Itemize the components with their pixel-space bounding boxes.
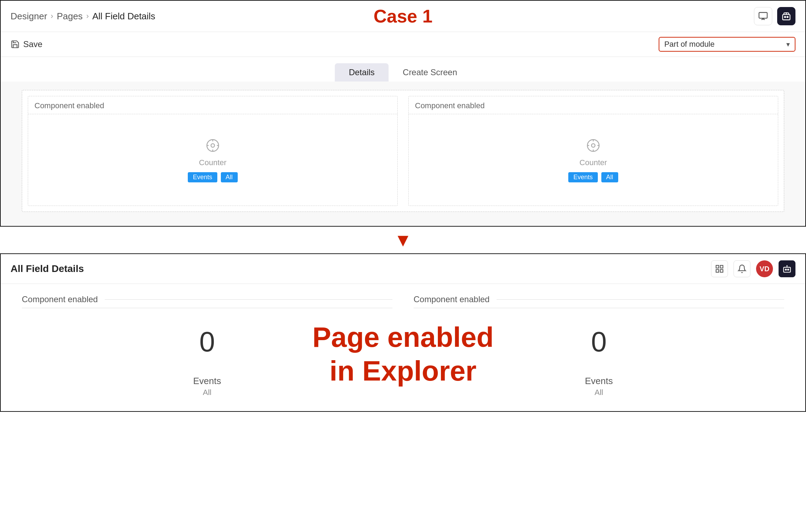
part-of-module-select[interactable]: Module A Module B xyxy=(719,40,782,49)
breadcrumb-current: All Field Details xyxy=(92,11,155,22)
down-arrow-icon: ▼ xyxy=(394,231,412,249)
bottom-header: All Field Details VD xyxy=(1,254,805,284)
bottom-col-2-events: Events All xyxy=(414,376,784,397)
bottom-col-1: Component enabled 0 Events All xyxy=(22,294,392,397)
bottom-col-2-label: Component enabled xyxy=(414,294,490,304)
col-divider xyxy=(392,294,414,397)
component-card-1: Component enabled Counter Events All xyxy=(28,96,398,206)
svg-rect-21 xyxy=(720,270,723,272)
bot-icon xyxy=(781,11,791,21)
component-card-2-header: Component enabled xyxy=(409,96,778,114)
bell-icon xyxy=(737,264,747,273)
grid-icon xyxy=(715,264,724,273)
breadcrumb: Designer › Pages › All Field Details xyxy=(11,11,155,22)
bottom-columns: Component enabled 0 Events All Component… xyxy=(22,294,784,397)
component-card-1-header: Component enabled xyxy=(28,96,397,114)
svg-rect-22 xyxy=(783,267,791,272)
bot-button-bottom[interactable] xyxy=(779,260,795,277)
top-header: Designer › Pages › All Field Details Cas… xyxy=(1,1,805,32)
save-icon xyxy=(11,40,20,49)
part-of-module-container: Part of module Module A Module B ▾ xyxy=(659,37,795,52)
component-card-2-body: Counter Events All xyxy=(409,114,778,206)
arrow-container: ▼ xyxy=(0,227,806,253)
counter-label-1: Counter xyxy=(199,158,226,167)
bottom-col-2-line xyxy=(497,299,784,300)
bottom-col-1-event-label: Events xyxy=(193,376,221,387)
bottom-col-2: Component enabled 0 Events All xyxy=(414,294,784,397)
svg-point-23 xyxy=(785,269,786,270)
svg-rect-0 xyxy=(759,13,767,18)
tags-row-2: Events All xyxy=(568,172,618,182)
svg-point-7 xyxy=(211,144,215,147)
svg-rect-18 xyxy=(716,265,719,268)
bottom-col-1-label: Component enabled xyxy=(22,294,98,304)
counter-label-2: Counter xyxy=(580,158,607,167)
avatar: VD xyxy=(756,260,773,277)
tabs-row: Details Create Screen xyxy=(1,57,805,82)
monitor-icon xyxy=(758,11,768,21)
svg-point-12 xyxy=(587,140,599,151)
bottom-col-1-header: Component enabled xyxy=(22,294,392,308)
tag-all-1: All xyxy=(221,172,238,182)
chevron-down-icon: ▾ xyxy=(786,40,790,48)
tag-events-1: Events xyxy=(188,172,217,182)
bottom-col-1-value: 0 xyxy=(22,326,392,358)
top-header-right xyxy=(754,7,795,25)
bottom-content: Component enabled 0 Events All Component… xyxy=(1,284,805,411)
toolbar: Save Part of module Module A Module B ▾ xyxy=(1,32,805,57)
tab-details[interactable]: Details xyxy=(335,63,389,82)
bottom-col-1-line xyxy=(105,299,392,300)
tags-row-1: Events All xyxy=(188,172,237,182)
grid-button[interactable] xyxy=(711,260,728,277)
save-label: Save xyxy=(23,39,43,49)
bottom-title: All Field Details xyxy=(11,263,84,274)
svg-rect-2 xyxy=(783,14,790,20)
svg-point-25 xyxy=(786,265,787,266)
save-button[interactable]: Save xyxy=(11,39,43,49)
svg-rect-19 xyxy=(720,265,723,268)
svg-point-4 xyxy=(787,17,788,18)
svg-point-24 xyxy=(788,269,789,270)
tag-all-2: All xyxy=(601,172,618,182)
case-title: Case 1 xyxy=(373,6,433,27)
top-panel: Designer › Pages › All Field Details Cas… xyxy=(0,0,806,227)
component-card-1-body: Counter Events All xyxy=(28,114,397,206)
bottom-col-2-header: Component enabled xyxy=(414,294,784,308)
bottom-panel: All Field Details VD xyxy=(0,253,806,412)
designer-canvas: Component enabled Counter Events All xyxy=(1,82,805,226)
bottom-col-1-events: Events All xyxy=(22,376,392,397)
bottom-col-2-event-label: Events xyxy=(585,376,613,387)
tab-create-screen[interactable]: Create Screen xyxy=(389,63,471,82)
breadcrumb-sep-1: › xyxy=(51,12,53,21)
bot-button[interactable] xyxy=(777,7,795,25)
counter-icon-2 xyxy=(586,138,601,153)
breadcrumb-sep-2: › xyxy=(86,12,89,21)
canvas-inner: Component enabled Counter Events All xyxy=(22,90,784,212)
counter-icon-1 xyxy=(205,138,220,153)
bottom-col-2-event-sub: All xyxy=(595,388,603,397)
bottom-header-right: VD xyxy=(711,260,795,277)
breadcrumb-designer[interactable]: Designer xyxy=(11,11,47,22)
breadcrumb-pages[interactable]: Pages xyxy=(57,11,83,22)
component-card-2: Component enabled Counter Events All xyxy=(408,96,778,206)
svg-point-3 xyxy=(785,17,786,18)
monitor-button[interactable] xyxy=(754,7,772,25)
part-of-module-label: Part of module xyxy=(664,40,715,49)
bot-icon-bottom xyxy=(782,264,792,273)
tag-events-2: Events xyxy=(568,172,597,182)
bottom-col-1-event-sub: All xyxy=(203,388,211,397)
svg-rect-20 xyxy=(716,270,719,272)
bottom-col-2-value: 0 xyxy=(414,326,784,358)
bell-button[interactable] xyxy=(734,260,750,277)
svg-point-13 xyxy=(591,144,595,147)
